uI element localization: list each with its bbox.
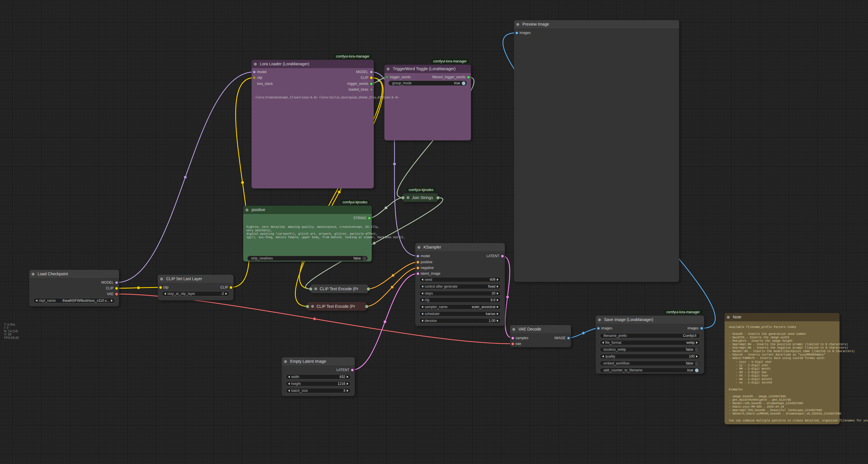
node-title-bar[interactable]: Empty Latent Image [282, 357, 355, 366]
link-midpoint-dot[interactable] [378, 79, 381, 82]
stepper-right-arrow-icon[interactable] [696, 342, 698, 344]
widget-lossless_webp[interactable]: lossless_webpfalse [600, 347, 700, 352]
toggle-knob[interactable] [695, 361, 699, 365]
output-port-MODEL[interactable] [115, 281, 118, 284]
stepper-right-arrow-icon[interactable] [225, 293, 227, 295]
widget-denoise[interactable]: denoise1.00 [419, 318, 501, 323]
collapse-dot-icon[interactable] [727, 316, 730, 319]
node-pos[interactable]: positiveSTRINGstrip_newlinesfalsehighres… [243, 206, 372, 261]
output-port-trigger_words[interactable] [370, 83, 373, 85]
collapse-dot-icon[interactable] [314, 287, 317, 290]
output-port-LATENT[interactable] [351, 369, 354, 371]
node-save[interactable]: Save Image (LoraManager)imagesimagesfile… [596, 316, 704, 374]
link-midpoint-dot[interactable] [385, 207, 388, 209]
link-midpoint-dot[interactable] [373, 242, 376, 245]
node-note[interactable]: NoteAvailable filename_prefix Pattern Co… [724, 313, 840, 424]
stepper-left-arrow-icon[interactable] [422, 320, 423, 322]
collapse-dot-icon[interactable] [246, 208, 248, 211]
node-title-bar[interactable]: Join Strings [403, 193, 438, 202]
input-port-clip[interactable] [253, 77, 255, 79]
collapse-dot-icon[interactable] [417, 246, 420, 249]
widget-scheduler[interactable]: schedulerkarras [419, 311, 501, 316]
input-port-model[interactable] [416, 255, 419, 257]
stepper-left-arrow-icon[interactable] [422, 299, 423, 301]
widget-steps[interactable]: steps20 [419, 291, 501, 296]
stepper-left-arrow-icon[interactable] [288, 383, 290, 385]
collapsed-input-dot[interactable] [401, 196, 405, 199]
input-port-images[interactable] [516, 32, 518, 34]
collapse-dot-icon[interactable] [160, 278, 163, 281]
input-port-vae[interactable] [512, 343, 514, 345]
stepper-left-arrow-icon[interactable] [288, 376, 290, 378]
node-title-bar[interactable]: CLIP Text Encode (Pr [311, 285, 368, 293]
output-port-CLIP[interactable] [370, 77, 373, 79]
output-port-MODEL[interactable] [370, 71, 373, 74]
node-title-bar[interactable]: KSampler [415, 243, 505, 252]
widget-seed[interactable]: seed409 [419, 277, 501, 282]
stepper-left-arrow-icon[interactable] [36, 299, 37, 302]
toggle-knob[interactable] [462, 81, 465, 85]
output-port-filtered_trigger_words[interactable] [467, 76, 470, 79]
node-clipset[interactable]: CLIP Set Last LayerclipCLIPstop_at_clip_… [158, 275, 234, 300]
output-port-STRING[interactable] [368, 217, 371, 220]
node-cte_pos[interactable]: CLIP Text Encode (Pr [311, 285, 368, 293]
widget-filename_prefix[interactable]: filename_prefixComfyUI [600, 333, 700, 338]
widget-group_mode[interactable]: group_modetrue [389, 81, 467, 86]
node-title-bar[interactable]: Preview Image [514, 20, 679, 29]
collapse-dot-icon[interactable] [598, 318, 601, 321]
link-midpoint-dot[interactable] [393, 163, 396, 166]
stepper-right-arrow-icon[interactable] [497, 279, 499, 281]
link-midpoint-dot[interactable] [391, 286, 394, 289]
stepper-right-arrow-icon[interactable] [111, 299, 113, 302]
node-title-bar[interactable]: positive [243, 206, 372, 214]
link-midpoint-dot[interactable] [137, 287, 140, 289]
link-midpoint-dot[interactable] [184, 176, 187, 179]
widget-strip_newlines[interactable]: strip_newlinesfalse [247, 256, 368, 261]
output-port-IMAGE[interactable] [567, 337, 570, 340]
input-port-images[interactable] [597, 327, 600, 330]
collapsed-input-dot[interactable] [306, 305, 309, 308]
link-midpoint-dot[interactable] [506, 296, 509, 298]
link-midpoint-dot[interactable] [383, 320, 386, 323]
stepper-right-arrow-icon[interactable] [497, 313, 499, 315]
stepper-right-arrow-icon[interactable] [497, 320, 499, 322]
widget-embed_workflow[interactable]: embed_workflowfalse [600, 361, 700, 366]
stepper-left-arrow-icon[interactable] [422, 292, 423, 295]
stepper-right-arrow-icon[interactable] [347, 376, 348, 378]
node-title-bar[interactable]: Note [724, 313, 840, 321]
node-title-bar[interactable]: Lora Loader (LoraManager) [252, 60, 374, 68]
widget-add_counter_to_filename[interactable]: add_counter_to_filenametrue [600, 368, 700, 373]
collapse-dot-icon[interactable] [513, 328, 515, 331]
stepper-left-arrow-icon[interactable] [288, 389, 290, 392]
toggle-knob[interactable] [363, 257, 366, 260]
widget-ckpt_name[interactable]: ckpt_nameil\waiNSFWIllustrious_v110.s... [33, 298, 115, 303]
node-load[interactable]: Load CheckpointMODELCLIPVAEckpt_nameil\w… [29, 270, 119, 307]
collapsed-output-dot[interactable] [436, 196, 440, 199]
collapse-dot-icon[interactable] [254, 63, 257, 65]
input-port-model[interactable] [253, 71, 256, 74]
widget-width[interactable]: width832 [286, 374, 351, 379]
input-port-samples[interactable] [512, 337, 514, 340]
node-graph-canvas[interactable]: Load CheckpointMODELCLIPVAEckpt_nameil\w… [0, 0, 868, 464]
widget-file_format[interactable]: file_formatwebp [600, 340, 700, 345]
node-ksampler[interactable]: KSamplermodelpositivenegativelatent_imag… [415, 243, 505, 326]
node-preview[interactable]: Preview Imageimages [514, 20, 679, 282]
stepper-left-arrow-icon[interactable] [422, 279, 423, 281]
widget-quality[interactable]: quality100 [600, 354, 700, 359]
stepper-right-arrow-icon[interactable] [497, 292, 499, 295]
input-port-positive[interactable] [416, 261, 419, 263]
toggle-knob[interactable] [695, 369, 699, 372]
toggle-knob[interactable] [695, 348, 699, 351]
widget-height[interactable]: height1216 [286, 381, 351, 386]
node-title-bar[interactable]: VAE Decode [510, 325, 571, 334]
stepper-right-arrow-icon[interactable] [497, 299, 499, 301]
output-port-images[interactable] [701, 327, 703, 330]
node-lora[interactable]: Lora Loader (LoraManager)modelcliplora_s… [252, 60, 374, 188]
link-midpoint-dot[interactable] [338, 191, 341, 194]
input-port-clip[interactable] [159, 286, 162, 289]
input-port-latent_image[interactable] [416, 272, 419, 275]
collapse-dot-icon[interactable] [284, 360, 287, 363]
stepper-right-arrow-icon[interactable] [497, 306, 499, 308]
collapse-dot-icon[interactable] [311, 305, 314, 308]
link-midpoint-dot[interactable] [313, 318, 316, 320]
